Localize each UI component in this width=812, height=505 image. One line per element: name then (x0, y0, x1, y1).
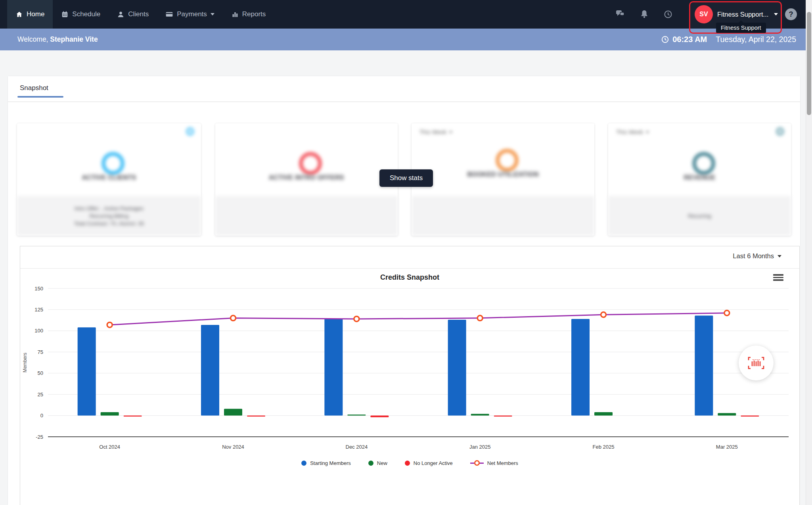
top-navigation-bar: Home Schedule Clients Payments Reports S… (0, 0, 812, 29)
stat-card-footer (412, 196, 594, 236)
stat-card-footer: Intro Offer: , Active Packages Recurring… (17, 196, 201, 236)
chevron-down-icon (778, 255, 781, 257)
stat-card-title: BOOKED UTILIZATION (412, 171, 594, 178)
period-label: This Week (419, 129, 446, 135)
gear-icon[interactable]: ⚙ (775, 126, 785, 138)
legend-item-net-members[interactable]: Net Members (470, 460, 518, 466)
nav-label: Clients (128, 10, 149, 18)
help-icon[interactable]: ? (785, 8, 797, 20)
stat-card-booked-utilization: This Week BOOKED UTILIZATION (412, 123, 594, 236)
avatar: SV (695, 5, 713, 23)
welcome-user-name: Stephanie Vite (50, 35, 98, 43)
stat-card-revenue: This Week ⚙ REVENUE Recurring (608, 123, 791, 236)
legend-dot-icon (368, 461, 373, 466)
gear-icon[interactable]: ⚙ (185, 126, 195, 138)
svg-text:25: 25 (38, 392, 43, 397)
user-menu[interactable]: SV Fitness Support... (695, 4, 778, 25)
period-dropdown[interactable]: This Week (419, 129, 452, 135)
stat-card-title: ACTIVE CLIENTS (17, 174, 201, 181)
svg-text:-25: -25 (36, 434, 43, 440)
svg-text:Oct 2024: Oct 2024 (99, 444, 120, 450)
credit-card-icon (165, 10, 173, 18)
range-selector[interactable]: Last 6 Months (733, 252, 781, 260)
svg-text:Jan 2025: Jan 2025 (469, 444, 491, 450)
nav-item-schedule[interactable]: Schedule (53, 0, 109, 29)
user-tooltip: Fitness Support (716, 23, 766, 33)
nav-item-payments[interactable]: Payments (157, 0, 223, 29)
svg-text:125: 125 (34, 307, 43, 313)
time-text: 06:23 AM (672, 35, 707, 44)
chevron-down-icon (449, 131, 452, 133)
chevron-down-icon (774, 13, 778, 15)
svg-text:50: 50 (38, 370, 43, 376)
welcome-bar: Welcome, Stephanie Vite 06:23 AM Tuesday… (0, 29, 812, 50)
chart-menu-icon[interactable] (773, 274, 783, 282)
legend-label: New (377, 460, 387, 466)
footer-line: Recurring Billing (90, 213, 128, 219)
legend-item-no-longer-active[interactable]: No Longer Active (405, 460, 453, 466)
chevron-down-icon (646, 131, 649, 133)
svg-text:0: 0 (40, 413, 43, 419)
nav-item-home[interactable]: Home (7, 0, 53, 29)
chart-legend: Starting MembersNewNo Longer ActiveNet M… (20, 460, 799, 466)
stat-card-footer: Recurring (608, 196, 791, 236)
svg-text:Dec 2024: Dec 2024 (346, 444, 368, 450)
clock-icon (661, 35, 669, 44)
tab-snapshot[interactable]: Snapshot (20, 84, 48, 92)
bar-chart-icon (231, 11, 239, 18)
range-label: Last 6 Months (733, 252, 774, 260)
loading-ring-icon (692, 152, 715, 175)
footer-line: Recurring (688, 213, 711, 219)
legend-line-marker-icon (470, 460, 484, 466)
topbar-icon-group (615, 0, 673, 29)
current-time: 06:23 AM (661, 35, 707, 44)
stat-card-footer (215, 196, 398, 236)
stat-card-active-intro-offers: ACTIVE INTRO OFFERS (215, 123, 398, 236)
footer-line: Intro Offer: , Active Packages (75, 205, 144, 211)
nav-label: Payments (177, 10, 207, 18)
svg-text:75: 75 (38, 349, 43, 355)
legend-item-starting-members[interactable]: Starting Members (301, 460, 351, 466)
svg-text:150: 150 (34, 286, 43, 292)
nav-label: Reports (242, 10, 266, 18)
welcome-message: Welcome, Stephanie Vite (0, 35, 98, 44)
stat-card-title: ACTIVE INTRO OFFERS (215, 174, 398, 181)
bell-icon[interactable] (639, 9, 649, 19)
legend-label: No Longer Active (414, 460, 453, 466)
scrollbar-thumb[interactable] (807, 12, 811, 115)
home-icon (15, 11, 23, 18)
legend-dot-icon (405, 461, 410, 466)
loading-ring-icon (496, 149, 519, 172)
svg-text:Mar 2025: Mar 2025 (716, 444, 738, 450)
main-content-card: Snapshot ⚙ ACTIVE CLIENTS Intro Offer: ,… (8, 76, 800, 505)
barcode-icon (747, 357, 765, 369)
legend-dot-icon (301, 461, 306, 466)
calendar-icon (61, 11, 69, 18)
stat-card-title: REVENUE (608, 174, 791, 181)
greeting-text: Welcome, (17, 35, 48, 43)
nav-item-clients[interactable]: Clients (109, 0, 157, 29)
legend-item-new[interactable]: New (368, 460, 387, 466)
svg-text:Nov 2024: Nov 2024 (222, 444, 244, 450)
period-dropdown[interactable]: This Week (616, 129, 649, 135)
legend-label: Starting Members (310, 460, 351, 466)
barcode-scan-badge[interactable] (739, 346, 774, 380)
period-label: This Week (616, 129, 643, 135)
loading-ring-icon (299, 152, 322, 175)
active-tab-indicator (17, 96, 63, 98)
chart-title: Credits Snapshot (20, 273, 799, 282)
show-stats-button[interactable]: Show stats (379, 169, 433, 187)
nav-label: Schedule (72, 10, 100, 18)
current-date: Tuesday, April 22, 2025 (716, 35, 796, 44)
person-icon (117, 11, 124, 18)
stat-card-active-clients: ⚙ ACTIVE CLIENTS Intro Offer: , Active P… (17, 123, 201, 236)
nav-label: Home (27, 10, 44, 18)
svg-text:Feb 2025: Feb 2025 (593, 444, 615, 450)
user-name: Fitness Support... (717, 11, 768, 18)
loading-ring-icon (102, 152, 124, 175)
clock-icon[interactable] (663, 9, 673, 19)
nav-item-reports[interactable]: Reports (223, 0, 274, 29)
tab-bar: Snapshot (8, 76, 800, 102)
footer-line: Total Contract: 70, Alumni: 35 (74, 221, 144, 227)
chat-icon[interactable] (615, 9, 626, 19)
